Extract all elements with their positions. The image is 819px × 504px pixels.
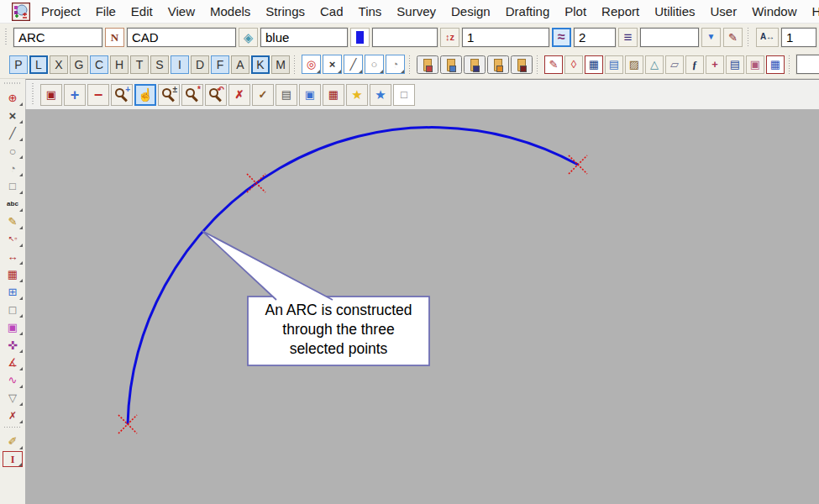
linetype-button[interactable]: ≡ (618, 28, 638, 47)
view-toolbar-grip[interactable] (32, 83, 36, 106)
create-rectangle-tool[interactable]: □ (3, 178, 23, 194)
info-tool[interactable]: I (3, 451, 23, 467)
menu-help[interactable]: Help (805, 2, 819, 21)
freehand-tool[interactable]: ✐ (3, 433, 23, 449)
colour-string-tool[interactable]: ∿ (3, 372, 23, 388)
line-snap-button[interactable]: ╱ (344, 55, 363, 74)
cad-toggle-a[interactable]: A (231, 55, 249, 74)
create-polygon-tool[interactable]: ◻ (3, 302, 23, 318)
tin-field[interactable] (640, 28, 699, 47)
text-size-button[interactable]: A↔ (756, 28, 779, 47)
text-height-field[interactable] (781, 28, 816, 47)
symbol-lock-button[interactable]: + (706, 55, 724, 74)
zoom-previous-button[interactable]: ↶ (205, 84, 227, 106)
project-folder-button[interactable] (511, 55, 533, 74)
menu-design[interactable]: Design (444, 2, 498, 21)
create-cross-tool[interactable]: × (3, 108, 23, 123)
cad-toggle-g[interactable]: G (70, 55, 88, 74)
edit-text-tool[interactable]: ✎ (3, 213, 23, 229)
clipboard-pages-button[interactable]: ▣ (746, 55, 764, 74)
create-point-tool[interactable]: ⊕ (3, 90, 23, 106)
cad-toggle-h[interactable]: H (110, 55, 129, 74)
pan-button[interactable]: ☝ (134, 84, 156, 106)
insert-image-tool[interactable]: ▣ (3, 319, 23, 335)
cad-name-field[interactable] (13, 28, 102, 47)
function-lock-button[interactable]: ƒ (685, 55, 704, 74)
duplicate-tool[interactable]: ⊞ (3, 284, 23, 300)
eyedropper-button[interactable]: ✎ (723, 28, 743, 47)
favourites-blue-button[interactable]: ★ (370, 84, 391, 106)
open-model-folder-button[interactable] (417, 55, 438, 74)
menu-cad[interactable]: Cad (312, 2, 351, 21)
cad-toggle-l[interactable]: L (29, 55, 48, 74)
copy-view-button[interactable]: ▣ (299, 84, 321, 106)
cad-toggle-d[interactable]: D (191, 55, 209, 74)
cad-toggle-t[interactable]: T (130, 55, 149, 74)
model-field[interactable] (127, 28, 236, 47)
redraw-button[interactable]: ✗ (228, 84, 250, 106)
cad-toggle-m[interactable]: M (271, 55, 290, 74)
menu-utilities[interactable]: Utilities (647, 2, 702, 21)
arc-string[interactable] (128, 128, 578, 424)
move-tool[interactable]: ✜ (3, 337, 23, 353)
menu-user[interactable]: User (702, 2, 744, 21)
edit-document-button[interactable]: ✎ (544, 55, 563, 74)
view-layout-button[interactable]: □ (393, 84, 415, 106)
zoom-all-button[interactable]: * (181, 84, 203, 106)
fit-window-button[interactable]: ▣ (40, 84, 62, 106)
zoom-scale-button[interactable]: ± (158, 84, 180, 106)
user-folder-button[interactable] (440, 55, 462, 74)
menu-file[interactable]: File (88, 2, 123, 21)
pages-button[interactable]: ▤ (726, 55, 744, 74)
plot-view-button[interactable]: ▤ (276, 84, 297, 106)
zoom-window-button[interactable]: + (111, 84, 133, 106)
cad-toggle-c[interactable]: C (90, 55, 108, 74)
create-text-tool[interactable]: abc (3, 196, 23, 212)
new-view-button[interactable]: ▦ (323, 84, 344, 106)
menu-plot[interactable]: Plot (557, 2, 594, 21)
delete-point-tool[interactable]: ✗ (3, 407, 23, 423)
tag-button[interactable]: ◊ (564, 55, 583, 74)
rotate-tool[interactable]: ∡ (3, 354, 23, 370)
cad-toggle-k[interactable]: K (251, 55, 270, 74)
shared-folder-button[interactable] (487, 55, 509, 74)
panel-lock-button[interactable]: ▤ (605, 55, 623, 74)
create-arc-tool[interactable]: ◔ (3, 160, 23, 176)
menu-view[interactable]: View (160, 2, 202, 21)
cad-toggle-p[interactable]: P (9, 55, 28, 74)
options-grid-button[interactable]: ▦ (766, 55, 785, 74)
circle-snap-button[interactable]: ○ (365, 55, 384, 74)
cad-toggle-i[interactable]: I (171, 55, 189, 74)
image-lock-button[interactable]: ▨ (625, 55, 643, 74)
model-layers-button[interactable]: ◈ (239, 28, 258, 47)
menu-report[interactable]: Report (594, 2, 647, 21)
create-symbol-tool[interactable]: ↖▫ (3, 231, 23, 247)
z-level-button[interactable]: ↕z (440, 28, 459, 47)
menu-drafting[interactable]: Drafting (498, 2, 558, 21)
menu-survey[interactable]: Survey (389, 2, 444, 21)
create-grid-tool[interactable]: ▦ (3, 266, 23, 282)
menu-models[interactable]: Models (202, 2, 258, 21)
create-shield-tool[interactable]: ▽ (3, 390, 23, 406)
create-circle-tool[interactable]: ○ (3, 143, 23, 159)
menu-window[interactable]: Window (744, 2, 804, 21)
menu-tins[interactable]: Tins (351, 2, 390, 21)
menu-project[interactable]: Project (34, 2, 88, 21)
menu-edit[interactable]: Edit (123, 2, 160, 21)
sidebar-grip[interactable] (4, 82, 21, 87)
toolbar-grip[interactable] (5, 29, 8, 45)
point-number-field[interactable] (574, 28, 616, 47)
cad-toggle-f[interactable]: F (211, 55, 229, 74)
drawing-canvas[interactable]: An ARC is constructed through the three … (25, 109, 819, 504)
menu-strings[interactable]: Strings (258, 2, 312, 21)
measure-tool[interactable]: ↔ (3, 249, 23, 265)
colour-swatch-button[interactable] (350, 28, 370, 47)
plot-lock-button[interactable]: ▱ (665, 55, 684, 74)
z-value-field[interactable] (372, 28, 438, 47)
colour-field[interactable] (260, 28, 348, 47)
create-line-tool[interactable]: ╱ (3, 125, 23, 141)
point-snap-button[interactable]: ◎ (302, 55, 321, 74)
cad-search-field[interactable] (796, 55, 819, 74)
arc-snap-button[interactable]: ◔ (386, 55, 405, 74)
cad-toggle-x[interactable]: X (50, 55, 68, 74)
